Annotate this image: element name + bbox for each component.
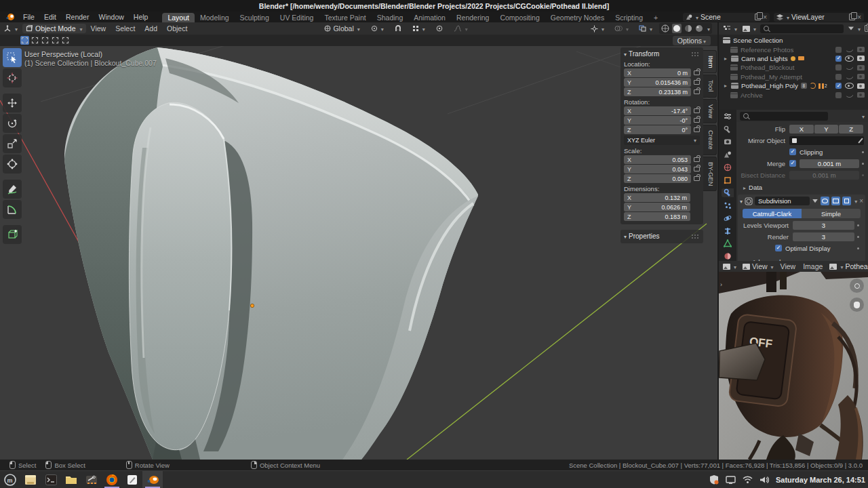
collapse-chevron-icon[interactable] <box>740 197 743 205</box>
shading-solid-active[interactable] <box>672 24 682 33</box>
shading-material-icon[interactable] <box>684 24 692 33</box>
n-tab-bygen[interactable]: BY-GEN <box>703 157 717 192</box>
tab-modifiers[interactable] <box>722 188 734 198</box>
image-datablock-selector[interactable]: Pothead (ref 1) <box>828 262 868 270</box>
image-menu-image[interactable]: Image <box>801 262 825 270</box>
viewlayer-browse-chevron[interactable] <box>785 13 789 21</box>
update-shield-icon[interactable] <box>709 474 719 485</box>
properties-search-input[interactable] <box>740 112 828 121</box>
rotation-x-field[interactable]: X-17.4° <box>624 106 691 115</box>
viewport-3d[interactable]: User Perspective (Local) (1) Scene Colle… <box>0 46 717 460</box>
modifier-name-field[interactable]: Subdivision <box>755 197 810 205</box>
blender-taskbar-button[interactable] <box>142 471 163 488</box>
outliner-row-pothead-my-attempt[interactable]: Pothead_My Attempt <box>719 73 868 81</box>
snap-toggle[interactable] <box>391 25 405 32</box>
modifier-extras-dropdown[interactable] <box>853 197 857 205</box>
viewport-menu-add[interactable]: Add <box>140 24 162 33</box>
outliner-row-pothead-high-poly[interactable]: Pothead_High Poly 8 2 <box>719 81 868 90</box>
disable-render-icon[interactable] <box>857 92 865 98</box>
lock-icon[interactable] <box>694 127 700 132</box>
animate-decorator[interactable] <box>857 247 859 249</box>
bisect-value-field[interactable]: 0.001 m <box>789 171 859 180</box>
editor-divider[interactable] <box>717 22 719 460</box>
animate-decorator[interactable] <box>862 163 864 165</box>
tool-annotate[interactable] <box>3 180 22 199</box>
tool-measure[interactable] <box>3 200 22 219</box>
render-display-toggle[interactable] <box>842 197 851 205</box>
scene-selector[interactable]: Scene <box>683 13 770 22</box>
outliner-filter-id-dropdown[interactable] <box>741 24 757 33</box>
menu-file[interactable]: File <box>18 13 39 21</box>
tool-move[interactable] <box>3 94 22 113</box>
collapse-chevron-icon[interactable] <box>624 50 627 58</box>
modifier-close-icon[interactable] <box>859 197 863 205</box>
expand-arrow-icon[interactable] <box>723 83 728 89</box>
mint-menu-button[interactable]: m <box>0 471 20 488</box>
panel-grip-icon[interactable] <box>691 52 700 56</box>
snap-target-dropdown[interactable] <box>409 24 429 33</box>
clipping-checkbox[interactable] <box>789 148 796 155</box>
workspace-tab-animation[interactable]: Animation <box>408 13 451 22</box>
folder-button[interactable] <box>61 471 81 488</box>
tab-world[interactable] <box>722 163 734 172</box>
location-z-field[interactable]: Z0.23138 m <box>624 87 691 96</box>
tool-cursor[interactable] <box>3 68 22 87</box>
exclude-checkbox[interactable] <box>835 64 842 70</box>
viewport-scene[interactable] <box>0 46 717 460</box>
outliner-filter-dropdown[interactable] <box>846 24 862 33</box>
lock-icon[interactable] <box>694 167 700 171</box>
catmull-clark-button[interactable]: Catmull-Clark <box>743 209 802 218</box>
workspace-tab-modeling[interactable]: Modeling <box>195 13 235 22</box>
exclude-checkbox[interactable] <box>835 83 842 89</box>
text-editor-button[interactable] <box>122 471 142 488</box>
lock-icon[interactable] <box>694 70 700 75</box>
select-mode-subtract[interactable] <box>41 36 50 45</box>
menu-window[interactable]: Window <box>94 13 128 21</box>
shading-dropdown[interactable] <box>706 24 710 33</box>
scale-x-field[interactable]: X0.053 <box>624 155 691 164</box>
select-mode-set[interactable] <box>20 36 29 45</box>
add-workspace-button[interactable]: + <box>648 13 663 22</box>
animate-decorator[interactable] <box>862 174 864 176</box>
edit-mode-display-toggle[interactable] <box>821 197 829 205</box>
mesh-object[interactable] <box>64 47 478 460</box>
tab-particles[interactable] <box>722 201 734 210</box>
workspace-tab-rendering[interactable]: Rendering <box>451 13 494 22</box>
disable-render-icon[interactable] <box>857 56 865 61</box>
file-manager-button[interactable] <box>20 471 41 488</box>
lock-icon[interactable] <box>694 80 700 85</box>
region-toggle-arrow-icon[interactable]: › <box>720 281 722 288</box>
options-button[interactable]: Options <box>673 36 711 45</box>
n-tab-tool[interactable]: Tool <box>703 75 717 97</box>
mirror-object-field[interactable] <box>789 136 864 145</box>
animate-decorator[interactable] <box>862 151 864 153</box>
display-icon[interactable] <box>726 476 736 484</box>
scene-name[interactable]: Scene <box>701 13 721 21</box>
dimensions-y-field[interactable]: Y0.0626 m <box>624 203 690 211</box>
n-tab-view[interactable]: View <box>703 99 717 123</box>
shading-rendered-icon[interactable] <box>695 24 703 33</box>
tool-add-primitive[interactable] <box>3 225 22 244</box>
tool-select-box[interactable] <box>3 48 22 67</box>
transform-orientation-dropdown[interactable]: Global <box>321 24 363 33</box>
zoom-gizmo-button[interactable] <box>850 279 864 293</box>
select-mode-invert[interactable] <box>51 36 60 45</box>
workspace-tab-shading[interactable]: Shading <box>372 13 409 22</box>
dimensions-x-field[interactable]: X0.132 m <box>624 193 690 202</box>
outliner-search-input[interactable] <box>760 24 844 33</box>
menu-render[interactable]: Render <box>61 13 94 21</box>
pan-gizmo-button[interactable] <box>850 298 864 312</box>
n-tab-item[interactable]: Item <box>703 50 717 73</box>
simple-button[interactable]: Simple <box>802 209 861 218</box>
scene-browse-chevron[interactable] <box>694 13 698 21</box>
disable-render-icon[interactable] <box>857 65 865 70</box>
disable-render-icon[interactable] <box>857 47 865 52</box>
object-origin-dot[interactable] <box>250 304 254 307</box>
new-scene-icon[interactable] <box>755 14 761 20</box>
workspace-tab-uv-editing[interactable]: UV Editing <box>275 13 319 22</box>
flip-x-button[interactable]: X <box>789 125 814 134</box>
unlink-scene-icon[interactable] <box>763 13 767 21</box>
tab-tool[interactable] <box>722 125 734 134</box>
animate-decorator[interactable] <box>857 224 859 226</box>
show-on-cage-icon[interactable] <box>812 199 818 203</box>
